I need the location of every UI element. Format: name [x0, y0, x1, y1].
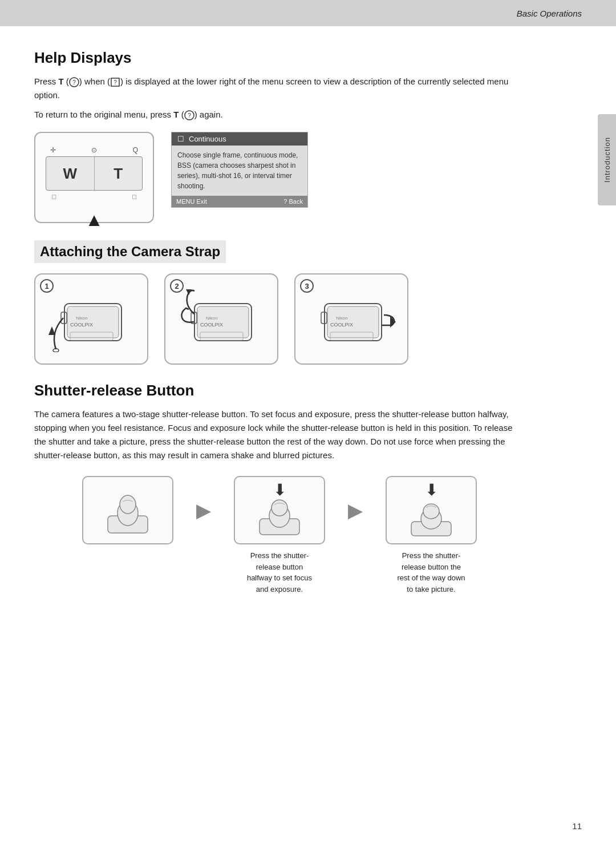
help-displays-para1: Press T (?) when (?) is displayed at the…: [34, 75, 525, 102]
main-content: Help Displays Press T (?) when (?) is di…: [0, 26, 559, 617]
bold-t1: T: [59, 76, 64, 86]
help-display-row: ✛ ⊙ Q W T ◻ ◻ ▲: [34, 132, 525, 223]
help-displays-para2: To return to the original menu, press T …: [34, 108, 525, 122]
strap-step-1: 1 Nikon COOLPIX: [34, 273, 148, 365]
menu-header-icon: ☐: [177, 135, 184, 143]
t-button-icon: ?: [69, 77, 79, 87]
page-number: 11: [572, 821, 582, 831]
menu-body: Choose single frame, continuous mode, BS…: [172, 146, 307, 196]
down-arrow-full: ⬇: [425, 480, 438, 499]
header-title: Basic Operations: [517, 9, 582, 18]
menu-header-label: Continuous: [189, 135, 226, 143]
shutter-body: The camera features a two-stage shutter-…: [34, 407, 525, 462]
svg-text:Nikon: Nikon: [206, 316, 217, 321]
svg-text:COOLPIX: COOLPIX: [330, 322, 353, 328]
shutter-step-2: ⬇ Press the shutter- release button half…: [222, 476, 337, 595]
camera-q-icon: ⊙: [91, 146, 97, 154]
strap-step-3: 3 Nikon COOLPIX: [294, 273, 408, 365]
camera-w-label: W: [46, 157, 95, 190]
camera-plus-icon: ✛: [50, 146, 56, 154]
strap-images-row: 1 Nikon COOLPIX: [34, 273, 525, 365]
svg-text:Nikon: Nikon: [76, 316, 87, 321]
camera-illustration: ✛ ⊙ Q W T ◻ ◻ ▲: [34, 132, 154, 223]
shutter-title: Shutter-release Button: [34, 382, 525, 399]
step-1-circle: 1: [40, 279, 54, 293]
svg-text:?: ?: [114, 79, 117, 86]
shutter-finger-svg1: [91, 482, 165, 539]
down-arrow-half: ⬇: [273, 480, 286, 499]
camera-bottom-right-icon: ◻: [132, 193, 137, 200]
camera-zoom-icon: Q: [133, 146, 138, 154]
menu-footer: MENU Exit ? Back: [172, 196, 307, 207]
step-3-circle: 3: [300, 279, 314, 293]
page: Basic Operations Introduction Help Displ…: [0, 0, 616, 848]
menu-header: ☐ Continuous: [172, 132, 307, 146]
strap-step1-svg: Nikon COOLPIX: [47, 286, 136, 352]
arrow-up-icon: ▲: [85, 209, 103, 231]
strap-step-2: 2 Nikon COOLPIX: [164, 273, 278, 365]
shutter-img-3: ⬇: [386, 476, 477, 544]
menu-footer-back: ? Back: [283, 198, 303, 205]
shutter-caption-2: Press the shutter- release button the re…: [397, 550, 465, 595]
svg-text:COOLPIX: COOLPIX: [70, 322, 93, 328]
menu-exit-label: MENU Exit: [176, 198, 207, 205]
camera-bottom-left-icon: ◻: [51, 193, 56, 200]
side-tab: Introduction: [598, 114, 616, 205]
strap-step2-svg: Nikon COOLPIX: [177, 286, 266, 352]
svg-text:?: ?: [188, 112, 191, 119]
help-displays-title: Help Displays: [34, 49, 525, 67]
camera-t-label: T: [95, 157, 143, 190]
shutter-img-2: ⬇: [234, 476, 325, 544]
shutter-step-3: ⬇ Press the shutter- release button the …: [374, 476, 488, 595]
side-tab-label: Introduction: [603, 137, 611, 183]
shutter-step-1: [71, 476, 185, 544]
menu-icon: ?: [110, 77, 120, 87]
svg-text:?: ?: [72, 79, 76, 86]
header-bar: Basic Operations: [0, 0, 616, 26]
svg-text:COOLPIX: COOLPIX: [200, 322, 223, 328]
menu-back-label: ? Back: [283, 198, 303, 205]
strap-step3-svg: Nikon COOLPIX: [307, 286, 396, 352]
arrow-right-1: ▶: [196, 499, 211, 522]
t-button-icon2: ?: [184, 110, 194, 120]
shutter-row: ▶ ⬇ Press the shutter- release button: [34, 476, 525, 595]
svg-text:Nikon: Nikon: [336, 316, 347, 321]
menu-footer-exit: MENU Exit: [176, 198, 207, 205]
bold-t2: T: [173, 110, 179, 119]
menu-display-box: ☐ Continuous Choose single frame, contin…: [171, 132, 308, 208]
arrow-right-2: ▶: [348, 499, 363, 522]
svg-point-30: [271, 500, 287, 516]
shutter-img-1: [82, 476, 173, 544]
strap-title: Attaching the Camera Strap: [34, 240, 226, 263]
step-2-circle: 2: [170, 279, 184, 293]
shutter-caption-1: Press the shutter- release button halfwa…: [247, 550, 312, 595]
svg-point-27: [120, 495, 136, 514]
